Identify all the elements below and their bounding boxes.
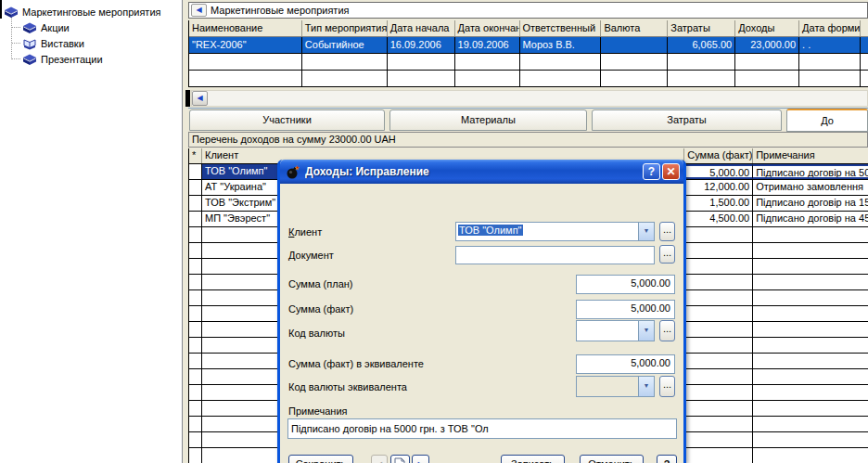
cell-notes[interactable]: Підписано договір на 15 — [753, 196, 868, 211]
application-window: Маркетинговые мероприятия Акции Виставки — [0, 0, 868, 463]
cell-sum-fact[interactable]: 5,000.00 — [684, 164, 753, 179]
column-header[interactable]: Дата формир — [799, 20, 861, 36]
tab-label: До — [821, 115, 834, 126]
column-header[interactable]: Доходы — [735, 20, 799, 36]
chevron-down-icon[interactable]: ▼ — [638, 377, 654, 396]
income-summary-text: Перечень доходов на сумму 23000.00 UAH — [192, 134, 396, 145]
tree-item-label: Акции — [41, 22, 70, 33]
tree-item-vistavki[interactable]: Виставки — [22, 36, 84, 51]
sum-plan-input[interactable]: 5,000.00 — [576, 275, 675, 294]
save-button[interactable]: Сохранить — [288, 455, 353, 463]
close-icon: ✕ — [666, 165, 675, 178]
cell-sum-fact[interactable]: 1,500.00 — [684, 196, 753, 211]
tab-label: Участники — [262, 114, 312, 125]
column-header[interactable]: Наименование — [189, 20, 302, 36]
cell-type[interactable]: Событийное — [302, 37, 388, 53]
tree-item-prezentacii[interactable]: Презентации — [22, 52, 103, 67]
horizontal-scrollbar[interactable]: ◀ — [191, 90, 868, 107]
tab-zatraty[interactable]: Затраты — [592, 109, 782, 131]
events-table-row-empty[interactable] — [189, 71, 868, 87]
cell-costs[interactable]: 6,065.00 — [668, 37, 735, 53]
column-header[interactable]: Ответственный — [520, 20, 602, 36]
column-header-sum-fact[interactable]: Сумма (факт) — [684, 148, 753, 163]
sum-fact-eq-input[interactable]: 5,000.00 — [576, 354, 675, 374]
scroll-left-button[interactable]: ◀ — [192, 91, 208, 106]
events-table-row-empty[interactable] — [189, 54, 868, 71]
column-header[interactable]: Затраты — [668, 20, 735, 36]
dialog-help-button[interactable]: ? — [643, 163, 660, 180]
dialog-title: Доходы: Исправление — [305, 165, 641, 178]
sum-fact-input[interactable]: 5,000.00 — [576, 300, 675, 319]
document-input[interactable] — [455, 246, 655, 264]
currency-eq-combobox[interactable]: ▼ — [576, 376, 655, 397]
chevron-down-icon[interactable]: ▼ — [638, 321, 654, 341]
sum-fact-eq-label: Сумма (факт) в эквиваленте — [288, 358, 424, 369]
cell-sum-fact[interactable]: 4,500.00 — [684, 212, 753, 226]
left-arrow-icon: ◀ — [196, 6, 201, 14]
caption-title: Маркетинговые мероприятия — [211, 5, 350, 16]
income-edit-dialog: Доходы: Исправление ? ✕ Клиент ТОВ "Олим… — [277, 160, 686, 463]
new-record-button[interactable] — [390, 455, 410, 463]
help-button[interactable]: ? — [657, 455, 677, 463]
column-header[interactable]: Дата окончан — [455, 20, 520, 36]
document-browse-button[interactable]: ... — [659, 245, 675, 264]
cell-date-start[interactable]: 16.09.2006 — [388, 37, 455, 53]
dialog-body: Клиент ТОВ "Олимп" ▼ ... Документ ... Су… — [280, 184, 683, 463]
column-header[interactable]: Тип мероприятия — [302, 20, 388, 36]
cell-notes[interactable]: Підписано договір на 50 — [753, 164, 868, 179]
tree-item-root[interactable]: Маркетинговые мероприятия — [4, 5, 161, 19]
cell-responsible[interactable]: Мороз В.В. — [520, 37, 602, 53]
cell-income[interactable]: 23,000.00 — [735, 37, 799, 53]
cell-date-end[interactable]: 19.09.2006 — [455, 37, 520, 53]
bomb-icon — [286, 164, 300, 179]
tree-item-akcii[interactable]: Акции — [22, 20, 70, 35]
currency-eq-label: Код валюты эквивалента — [288, 381, 407, 392]
closed-book-icon — [22, 53, 37, 66]
question-icon: ? — [648, 165, 655, 178]
prev-record-button[interactable]: ◀ — [371, 455, 388, 463]
cell-notes[interactable]: Отримано замовлення — [753, 180, 868, 195]
column-header-notes[interactable]: Примечания — [753, 148, 868, 163]
currency-eq-browse-button[interactable]: ... — [659, 376, 675, 397]
column-header[interactable]: Валюта — [601, 20, 668, 36]
tab-uchastniki[interactable]: Участники — [189, 109, 385, 131]
closed-book-icon — [4, 6, 19, 19]
cancel-button[interactable]: Отменить — [580, 455, 644, 463]
tab-materialy[interactable]: Материалы — [389, 109, 587, 131]
tab-dohody-active[interactable]: До — [786, 109, 868, 132]
client-selected-text: ТОВ "Олимп" — [458, 225, 523, 236]
cell-notes[interactable]: Підписано договір на 45 — [753, 212, 868, 226]
left-arrow-icon: ◀ — [197, 94, 202, 102]
currency-combobox[interactable]: ▼ — [576, 320, 655, 341]
tree-item-label: Виставки — [41, 38, 84, 49]
dialog-title-bar[interactable]: Доходы: Исправление ? ✕ — [280, 160, 683, 184]
client-combobox[interactable]: ТОВ "Олимп" ▼ — [455, 222, 655, 241]
notes-input[interactable]: Підписано договір на 5000 грн. з ТОВ "Ол — [287, 418, 677, 439]
new-document-icon — [394, 457, 406, 463]
window-edge-mark — [0, 0, 2, 19]
currency-browse-button[interactable]: ... — [659, 320, 675, 341]
tab-label: Материалы — [461, 114, 516, 125]
next-record-button[interactable]: ▶ — [412, 455, 429, 463]
marketing-tree-panel: Маркетинговые мероприятия Акции Виставки — [0, 0, 183, 463]
chevron-down-icon[interactable]: ▼ — [638, 223, 654, 240]
tree-connector-line — [11, 17, 12, 59]
sum-plan-label: Сумма (план) — [288, 278, 353, 289]
income-summary-bar: Перечень доходов на сумму 23000.00 UAH — [188, 132, 868, 148]
document-label: Документ — [288, 250, 334, 261]
cell-date-formed[interactable]: . . — [799, 37, 861, 53]
client-browse-button[interactable]: ... — [659, 222, 675, 241]
column-header-marker[interactable]: * — [189, 148, 202, 163]
closed-book-icon — [22, 21, 37, 34]
cell-sum-fact[interactable]: 12,000.00 — [684, 180, 753, 195]
write-button[interactable]: Записать — [501, 455, 565, 463]
cell-currency[interactable] — [601, 37, 668, 53]
notes-label: Примечания — [288, 405, 348, 417]
cell-name[interactable]: "REX-2006" — [189, 37, 302, 53]
dialog-close-button[interactable]: ✕ — [662, 163, 680, 180]
events-table-row-selected[interactable]: "REX-2006" Событийное 16.09.2006 19.09.2… — [189, 37, 868, 54]
client-label: Клиент — [288, 226, 322, 238]
collapse-left-arrow-button[interactable]: ◀ — [191, 4, 207, 17]
column-header[interactable]: Дата начала — [388, 20, 455, 36]
events-caption-bar: ◀ Маркетинговые мероприятия — [188, 2, 868, 19]
